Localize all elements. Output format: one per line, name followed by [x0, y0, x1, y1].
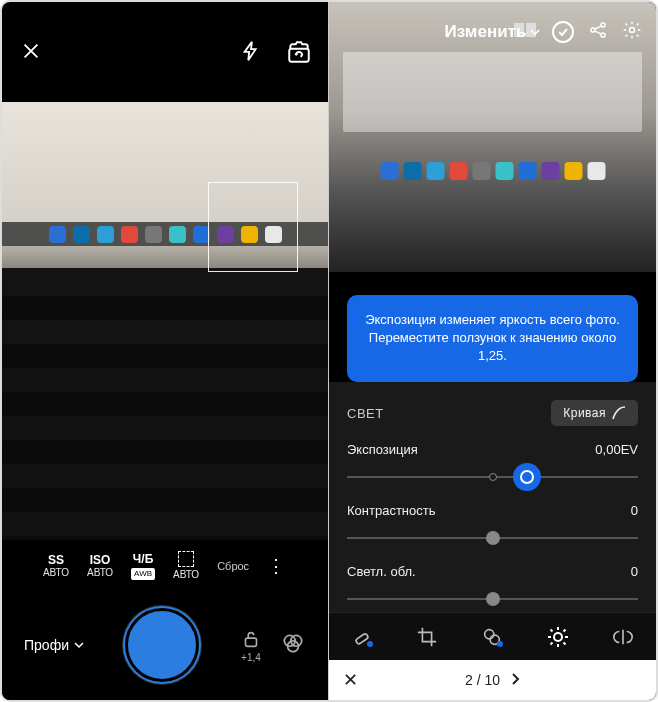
camera-viewfinder[interactable]	[2, 102, 328, 540]
curve-button[interactable]: Кривая	[551, 400, 638, 426]
tool-color[interactable]	[605, 619, 641, 655]
param-crop[interactable]: АВТО	[173, 551, 199, 581]
chevron-down-icon	[74, 640, 84, 650]
hint-line1: Экспозиция изменяет яркость всего фото.	[361, 311, 624, 329]
param-bw-label: Ч/Б	[131, 552, 155, 566]
slider-highlights[interactable]: Светл. обл. 0	[329, 552, 656, 613]
awb-badge: AWB	[131, 568, 155, 580]
dock-app-icon	[587, 162, 605, 180]
ev-value: +1,4	[241, 652, 261, 663]
slider-value: 0,00EV	[595, 442, 638, 457]
tutorial-footer: ✕ 2 / 10	[329, 660, 656, 700]
settings-icon[interactable]	[622, 20, 642, 44]
crop-icon	[178, 551, 194, 567]
mode-selector[interactable]: Профи	[24, 637, 84, 653]
param-crop-value: АВТО	[173, 569, 199, 581]
mode-label: Профи	[24, 637, 69, 653]
dock-app-icon	[380, 162, 398, 180]
dock-app-icon	[472, 162, 490, 180]
camera-bottombar: Профи +1,4	[2, 590, 328, 700]
svg-rect-0	[289, 49, 309, 62]
slider-track[interactable]	[347, 467, 638, 487]
camera-screen: SS АВТО ISO АВТО Ч/Б AWB АВТО Сброс ⋮ Пр…	[2, 2, 329, 700]
flash-icon[interactable]	[240, 40, 264, 64]
svg-point-12	[485, 629, 494, 638]
editor-topbar: Изменить	[329, 14, 656, 50]
tutorial-close-icon[interactable]: ✕	[343, 669, 358, 691]
tutorial-hint: Экспозиция изменяет яркость всего фото. …	[347, 295, 638, 382]
switch-camera-icon[interactable]	[286, 40, 310, 64]
svg-rect-1	[245, 638, 256, 646]
param-iso-value: АВТО	[87, 567, 113, 579]
dock-app-icon	[73, 226, 90, 243]
slider-exposure[interactable]: Экспозиция 0,00EV	[329, 430, 656, 491]
dock-app-icon	[169, 226, 186, 243]
photo-dock	[380, 162, 605, 180]
tool-badge-dot	[367, 641, 373, 647]
svg-point-14	[554, 633, 562, 641]
close-icon[interactable]	[20, 40, 44, 64]
param-shutter-speed[interactable]: SS АВТО	[43, 553, 69, 579]
slider-track[interactable]	[347, 589, 638, 609]
pager-text: 2 / 10	[465, 672, 500, 688]
curve-label: Кривая	[563, 406, 606, 420]
svg-point-10	[630, 28, 635, 33]
param-ss-value: АВТО	[43, 567, 69, 579]
slider-value: 0	[631, 564, 638, 579]
slider-thumb-active[interactable]	[513, 463, 541, 491]
dock-app-icon	[403, 162, 421, 180]
dock-app-icon	[564, 162, 582, 180]
slider-label: Светл. обл.	[347, 564, 416, 579]
editor-title-button[interactable]: Изменить	[445, 22, 541, 42]
dock-app-icon	[541, 162, 559, 180]
photo-screen-reflection	[343, 52, 642, 132]
slider-value: 0	[631, 503, 638, 518]
shutter-button[interactable]	[125, 608, 199, 682]
confirm-icon[interactable]	[552, 21, 574, 43]
slider-contrast[interactable]: Контрастность 0	[329, 491, 656, 552]
chevron-down-icon	[530, 27, 540, 37]
camera-params-row: SS АВТО ISO АВТО Ч/Б AWB АВТО Сброс ⋮	[2, 542, 328, 590]
slider-label: Контрастность	[347, 503, 436, 518]
dock-app-icon	[49, 226, 66, 243]
editor-controls: СВЕТ Кривая Экспозиция 0,00EV	[329, 382, 656, 660]
editor-photo-preview[interactable]: Изменить	[329, 2, 656, 272]
tool-heal[interactable]	[344, 619, 380, 655]
camera-topbar	[2, 2, 328, 102]
param-iso[interactable]: ISO АВТО	[87, 553, 113, 579]
editor-title-label: Изменить	[445, 22, 527, 42]
param-ss-label: SS	[43, 553, 69, 567]
dock-app-icon	[193, 226, 210, 243]
section-title: СВЕТ	[347, 406, 384, 421]
editor-screen: Изменить Экспозиция изменя	[329, 2, 656, 700]
param-iso-label: ISO	[87, 553, 113, 567]
dock-app-icon	[97, 226, 114, 243]
dock-app-icon	[495, 162, 513, 180]
reset-button[interactable]: Сброс	[217, 560, 249, 572]
slider-label: Экспозиция	[347, 442, 418, 457]
dock-app-icon	[449, 162, 467, 180]
curve-icon	[612, 406, 626, 420]
slider-thumb[interactable]	[486, 592, 500, 606]
focus-rectangle[interactable]	[208, 182, 298, 272]
ev-comp-button[interactable]: +1,4	[240, 628, 262, 663]
dock-app-icon	[426, 162, 444, 180]
viewfinder-keyboard	[2, 272, 328, 540]
slider-thumb[interactable]	[486, 531, 500, 545]
slider-midpoint	[489, 473, 497, 481]
dock-app-icon	[121, 226, 138, 243]
share-icon[interactable]	[588, 20, 608, 44]
hint-line2: Переместите ползунок к значению около 1,…	[361, 329, 624, 365]
param-white-balance[interactable]: Ч/Б AWB	[131, 552, 155, 580]
tool-crop[interactable]	[409, 619, 445, 655]
dock-app-icon	[145, 226, 162, 243]
tool-presets[interactable]	[474, 619, 510, 655]
more-icon[interactable]: ⋮	[267, 555, 287, 577]
editor-toolstrip	[329, 612, 656, 660]
lock-open-icon	[240, 628, 262, 650]
dock-app-icon	[518, 162, 536, 180]
tool-light[interactable]	[540, 619, 576, 655]
pager-next-icon[interactable]	[510, 672, 520, 689]
slider-track[interactable]	[347, 528, 638, 548]
filters-icon[interactable]	[280, 630, 306, 660]
